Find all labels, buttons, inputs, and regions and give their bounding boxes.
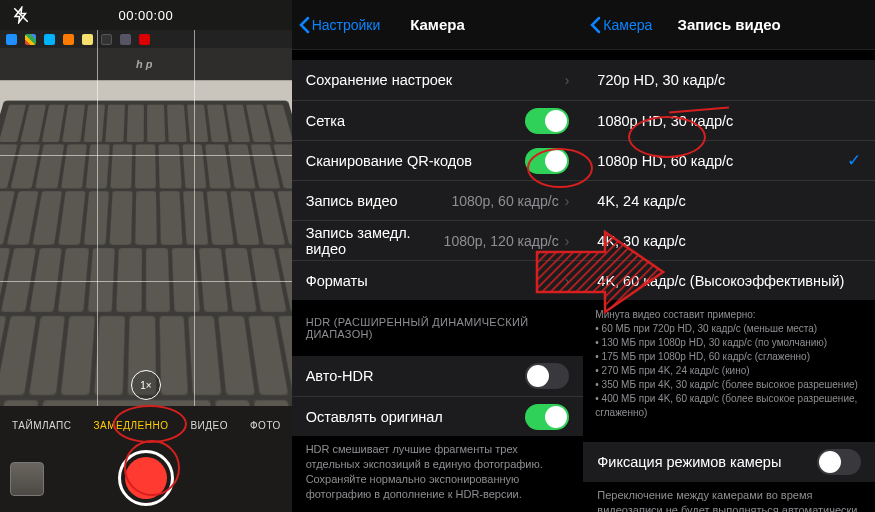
back-button[interactable]: Настройки [298,0,381,49]
mode-slomo[interactable]: ЗАМЕДЛЕННО [94,420,169,431]
opt-1080-60[interactable]: 1080p HD, 60 кадр/с✓ [583,140,875,180]
opt-4k-30[interactable]: 4K, 30 кадр/с [583,220,875,260]
info-line: 130 МБ при 1080p HD, 30 кадр/с (по умолч… [595,336,863,350]
opt-4k-60[interactable]: 4K, 60 кадр/с (Высокоэффективный) [583,260,875,300]
row-label: Запись замедл. видео [306,225,444,257]
mode-video[interactable]: ВИДЕО [190,420,228,431]
row-label: Форматы [306,273,565,289]
back-label: Камера [603,17,652,33]
info-head: Минута видео составит примерно: [595,308,863,322]
row-label: Сетка [306,113,526,129]
viewfinder-preview: hp [0,48,292,406]
opt-4k-24[interactable]: 4K, 24 кадр/с [583,180,875,220]
row-label: Оставлять оригинал [306,409,526,425]
info-line: 350 МБ при 4K, 30 кадр/с (более высокое … [595,378,863,392]
toggle-qr[interactable] [525,148,569,174]
row-grid[interactable]: Сетка [292,100,584,140]
info-line: 60 МБ при 720p HD, 30 кадр/с (меньше мес… [595,322,863,336]
info-line: 270 МБ при 4K, 24 кадр/с (кино) [595,364,863,378]
recording-timer: 00:00:00 [119,8,174,23]
toggle-lock-camera[interactable] [817,449,861,475]
settings-camera-panel: Настройки Камера Сохранение настроек › С… [292,0,584,512]
camera-top-bar: 00:00:00 [0,0,292,30]
chevron-right-icon: › [565,193,570,209]
hdr-footer: HDR смешивает лучшие фрагменты трех отде… [292,436,584,511]
back-button[interactable]: Камера [589,0,652,49]
zoom-value: 1× [140,380,151,391]
info-line: 175 МБ при 1080p HD, 60 кадр/с (сглаженн… [595,350,863,364]
nav-bar: Камера Запись видео [583,0,875,50]
toggle-auto-hdr[interactable] [525,363,569,389]
row-label: 4K, 60 кадр/с (Высокоэффективный) [597,273,861,289]
chrome-icon [25,34,36,45]
shutter-button[interactable] [118,450,174,506]
row-label: Запись видео [306,193,452,209]
nav-bar: Настройки Камера [292,0,584,50]
row-preserve-settings[interactable]: Сохранение настроек › [292,60,584,100]
row-label: 1080p HD, 30 кадр/с [597,113,861,129]
mode-timelapse[interactable]: ТАЙМЛАПС [12,420,72,431]
camera-mode-strip[interactable]: ТАЙМЛАПС ЗАМЕДЛЕННО ВИДЕО ФОТО [0,406,292,444]
row-label: Сохранение настроек [306,72,565,88]
row-label: Фиксация режимов камеры [597,454,817,470]
chevron-right-icon: › [565,72,570,88]
row-formats[interactable]: Форматы › [292,260,584,300]
row-auto-hdr[interactable]: Авто-HDR [292,356,584,396]
toggle-keep-original[interactable] [525,404,569,430]
row-qr[interactable]: Сканирование QR-кодов [292,140,584,180]
chevron-right-icon: › [565,273,570,289]
back-label: Настройки [312,17,381,33]
row-keep-original[interactable]: Оставлять оригинал [292,396,584,436]
hp-logo: hp [136,58,155,70]
row-label: 720p HD, 30 кадр/с [597,72,861,88]
lock-footer: Переключение между камерами во время вид… [583,482,875,512]
row-record-slomo[interactable]: Запись замедл. видео 1080p, 120 кадр/с › [292,220,584,260]
zoom-indicator[interactable]: 1× [131,370,161,400]
opt-720-30[interactable]: 720p HD, 30 кадр/с [583,60,875,100]
row-label: Авто-HDR [306,368,526,384]
row-label: 1080p HD, 60 кадр/с [597,153,847,169]
video-sizes-info: Минута видео составит примерно: 60 МБ пр… [583,300,875,432]
opt-1080-30[interactable]: 1080p HD, 30 кадр/с [583,100,875,140]
flash-off-icon[interactable] [12,6,30,24]
row-record-video[interactable]: Запись видео 1080p, 60 кадр/с › [292,180,584,220]
settings-video-panel: Камера Запись видео 720p HD, 30 кадр/с 1… [583,0,875,512]
chevron-right-icon: › [565,233,570,249]
laptop-bezel: hp [0,48,292,80]
camera-panel: 00:00:00 hp [0,0,292,512]
last-capture-thumbnail[interactable] [10,462,44,496]
row-label: 4K, 30 кадр/с [597,233,861,249]
info-line: 400 МБ при 4K, 60 кадр/с (более высокое … [595,392,863,420]
row-lock-camera[interactable]: Фиксация режимов камеры [583,442,875,482]
row-value: 1080p, 120 кадр/с [444,233,559,249]
mode-photo[interactable]: ФОТО [250,420,281,431]
section-header-hdr: HDR (РАСШИРЕННЫЙ ДИНАМИЧЕСКИЙ ДИАПАЗОН) [292,300,584,346]
row-value: 1080p, 60 кадр/с [451,193,558,209]
screenshot-taskbar [0,30,292,48]
page-title: Запись видео [678,16,781,33]
checkmark-icon: ✓ [847,150,861,171]
page-title: Камера [410,16,465,33]
row-label: 4K, 24 кадр/с [597,193,861,209]
camera-bottom-bar: ТАЙМЛАПС ЗАМЕДЛЕННО ВИДЕО ФОТО [0,406,292,512]
row-label: Сканирование QR-кодов [306,153,526,169]
toggle-grid[interactable] [525,108,569,134]
